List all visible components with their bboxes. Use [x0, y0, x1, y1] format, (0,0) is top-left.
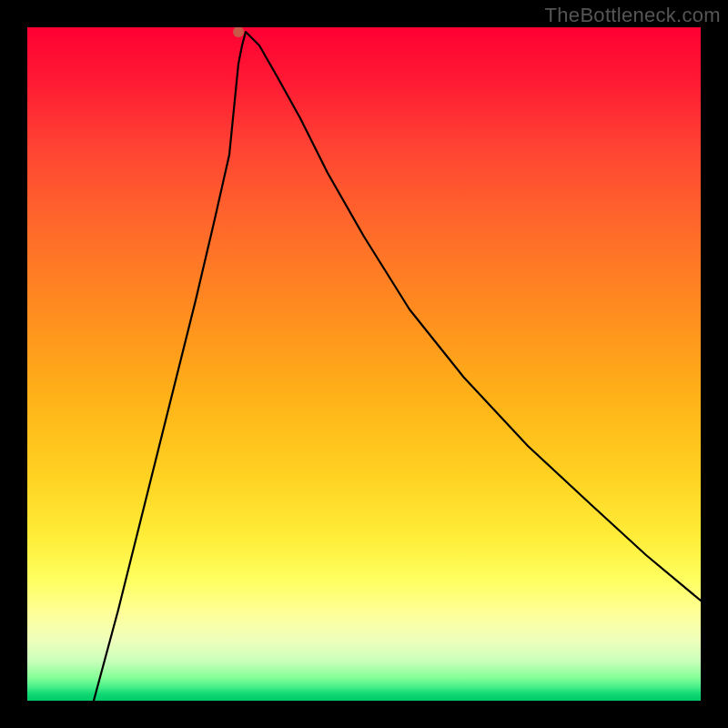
- chart-frame: TheBottleneck.com: [0, 0, 728, 728]
- plot-area: [27, 27, 701, 701]
- watermark-text: TheBottleneck.com: [545, 4, 721, 27]
